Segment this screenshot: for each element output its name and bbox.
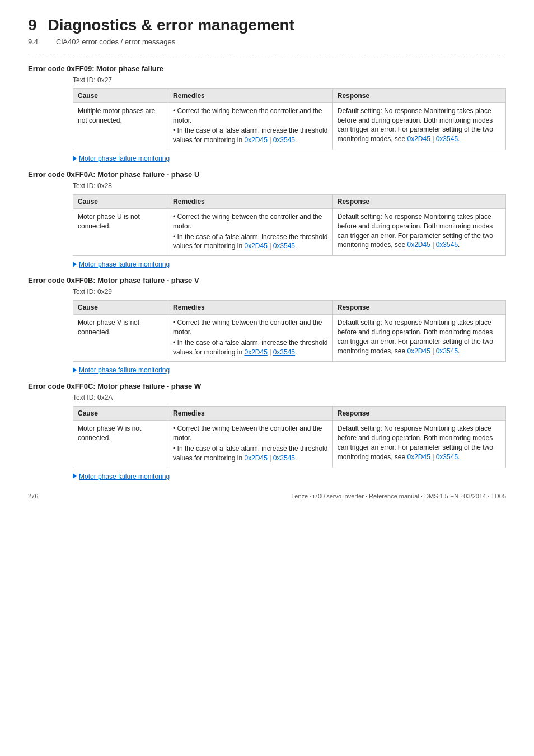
link-2d45[interactable]: 0x2D45 <box>244 242 267 250</box>
motor-phase-link-ff0c[interactable]: Motor phase failure monitoring <box>79 473 170 480</box>
table-ff0b: Cause Remedies Response Motor phase V is… <box>73 300 506 362</box>
remedies-cell-ff0a: Correct the wiring between the controlle… <box>168 208 333 255</box>
link-3545[interactable]: 0x3545 <box>273 136 295 144</box>
link-2d45-resp[interactable]: 0x2D45 <box>407 241 430 249</box>
table-row: Multiple motor phases are not connected.… <box>73 102 506 150</box>
error-heading-ff0b: Error code 0xFF0B: Motor phase failure -… <box>28 276 506 284</box>
chapter-number: 9 <box>28 17 37 34</box>
motor-phase-link-ff0b[interactable]: Motor phase failure monitoring <box>79 366 170 374</box>
product-info: Lenze · i700 servo inverter · Reference … <box>291 493 506 500</box>
page-number: 276 <box>28 493 38 500</box>
text-id-ff0c: Text ID: 0x2A <box>73 394 506 402</box>
col-header-response: Response <box>332 301 505 315</box>
table-ff0c: Cause Remedies Response Motor phase W is… <box>73 406 506 468</box>
error-heading-ff0c: Error code 0xFF0C: Motor phase failure -… <box>28 382 506 390</box>
error-heading-ff09: Error code 0xFF09: Motor phase failure <box>28 64 506 73</box>
section-divider <box>28 54 506 54</box>
text-id-ff0b: Text ID: 0x29 <box>73 288 506 296</box>
col-header-remedies: Remedies <box>168 88 333 102</box>
error-table-ff0b: Cause Remedies Response Motor phase V is… <box>73 300 506 362</box>
remedies-cell-ff0c: Correct the wiring between the controlle… <box>168 421 333 468</box>
link-row-ff0a: Motor phase failure monitoring <box>73 260 506 268</box>
link-3545-resp[interactable]: 0x3545 <box>436 135 458 143</box>
table-ff0a: Cause Remedies Response Motor phase U is… <box>73 194 506 256</box>
sub-section-header: 9.4 CiA402 error codes / error messages <box>28 38 506 46</box>
error-block-ff0a: Error code 0xFF0A: Motor phase failure -… <box>28 170 506 268</box>
remedies-cell-ff0b: Correct the wiring between the controlle… <box>168 315 333 362</box>
error-table-ff0a: Cause Remedies Response Motor phase U is… <box>73 194 506 256</box>
response-cell-ff0b: Default setting: No response Monitoring … <box>332 315 505 362</box>
page-footer: 276 Lenze · i700 servo inverter · Refere… <box>0 493 534 500</box>
motor-phase-link-ff09[interactable]: Motor phase failure monitoring <box>79 155 170 162</box>
remedy-item: In the case of a false alarm, increase t… <box>173 126 328 145</box>
col-header-remedies: Remedies <box>168 407 333 421</box>
remedies-list-ff0b: Correct the wiring between the controlle… <box>173 318 328 357</box>
col-header-response: Response <box>332 407 505 421</box>
arrow-icon-ff0a <box>73 262 77 267</box>
link-3545-resp[interactable]: 0x3545 <box>436 347 458 355</box>
arrow-icon-ff0b <box>73 367 77 373</box>
link-2d45-resp[interactable]: 0x2D45 <box>407 347 430 355</box>
remedy-item: In the case of a false alarm, increase t… <box>173 444 328 463</box>
link-3545-resp[interactable]: 0x3545 <box>436 453 458 461</box>
remedies-list-ff0c: Correct the wiring between the controlle… <box>173 424 328 463</box>
cause-cell-ff0c: Motor phase W is not connected. <box>73 421 168 468</box>
col-header-remedies: Remedies <box>168 194 333 208</box>
link-row-ff09: Motor phase failure monitoring <box>73 155 506 162</box>
text-id-ff09: Text ID: 0x27 <box>73 76 506 84</box>
link-2d45[interactable]: 0x2D45 <box>244 348 267 356</box>
link-row-ff0c: Motor phase failure monitoring <box>73 473 506 480</box>
remedy-item: Correct the wiring between the controlle… <box>173 318 328 337</box>
section-description: CiA402 error codes / error messages <box>56 38 175 46</box>
text-id-ff0a: Text ID: 0x28 <box>73 182 506 190</box>
remedies-list-ff09: Correct the wiring between the controlle… <box>173 106 328 145</box>
arrow-icon-ff0c <box>73 473 77 479</box>
response-cell-ff0a: Default setting: No response Monitoring … <box>332 208 505 255</box>
section-number: 9.4 <box>28 38 45 46</box>
error-block-ff0c: Error code 0xFF0C: Motor phase failure -… <box>28 382 506 480</box>
error-table-ff0c: Cause Remedies Response Motor phase W is… <box>73 406 506 468</box>
link-3545-resp[interactable]: 0x3545 <box>436 241 458 249</box>
response-cell-ff09: Default setting: No response Monitoring … <box>332 102 505 150</box>
table-row: Motor phase V is not connected. Correct … <box>73 315 506 362</box>
remedies-cell-ff09: Correct the wiring between the controlle… <box>168 102 333 150</box>
link-2d45[interactable]: 0x2D45 <box>244 454 267 462</box>
link-2d45-resp[interactable]: 0x2D45 <box>407 135 430 143</box>
remedy-item: In the case of a false alarm, increase t… <box>173 232 328 251</box>
cause-cell-ff0b: Motor phase V is not connected. <box>73 315 168 362</box>
col-header-response: Response <box>332 194 505 208</box>
link-3545[interactable]: 0x3545 <box>273 242 295 250</box>
col-header-response: Response <box>332 88 505 102</box>
error-heading-ff0a: Error code 0xFF0A: Motor phase failure -… <box>28 170 506 179</box>
remedies-list-ff0a: Correct the wiring between the controlle… <box>173 212 328 251</box>
cause-cell-ff09: Multiple motor phases are not connected. <box>73 102 168 150</box>
link-row-ff0b: Motor phase failure monitoring <box>73 366 506 374</box>
chapter-header: 9 Diagnostics & error management <box>28 17 506 34</box>
table-row: Motor phase W is not connected. Correct … <box>73 421 506 468</box>
remedy-item: Correct the wiring between the controlle… <box>173 106 328 125</box>
table-ff09: Cause Remedies Response Multiple motor p… <box>73 88 506 150</box>
error-block-ff09: Error code 0xFF09: Motor phase failure T… <box>28 64 506 162</box>
response-cell-ff0c: Default setting: No response Monitoring … <box>332 421 505 468</box>
col-header-remedies: Remedies <box>168 301 333 315</box>
col-header-cause: Cause <box>73 407 168 421</box>
link-2d45[interactable]: 0x2D45 <box>244 136 267 144</box>
error-table-ff09: Cause Remedies Response Multiple motor p… <box>73 88 506 150</box>
link-3545[interactable]: 0x3545 <box>273 348 295 356</box>
remedy-item: Correct the wiring between the controlle… <box>173 424 328 443</box>
link-3545[interactable]: 0x3545 <box>273 454 295 462</box>
col-header-cause: Cause <box>73 194 168 208</box>
chapter-title: Diagnostics & error management <box>48 17 294 34</box>
col-header-cause: Cause <box>73 301 168 315</box>
error-block-ff0b: Error code 0xFF0B: Motor phase failure -… <box>28 276 506 374</box>
col-header-cause: Cause <box>73 88 168 102</box>
motor-phase-link-ff0a[interactable]: Motor phase failure monitoring <box>79 260 170 268</box>
link-2d45-resp[interactable]: 0x2D45 <box>407 453 430 461</box>
page: 9 Diagnostics & error management 9.4 CiA… <box>0 0 534 511</box>
arrow-icon-ff09 <box>73 156 77 161</box>
remedy-item: In the case of a false alarm, increase t… <box>173 338 328 357</box>
remedy-item: Correct the wiring between the controlle… <box>173 212 328 231</box>
cause-cell-ff0a: Motor phase U is not connected. <box>73 208 168 255</box>
table-row: Motor phase U is not connected. Correct … <box>73 208 506 255</box>
